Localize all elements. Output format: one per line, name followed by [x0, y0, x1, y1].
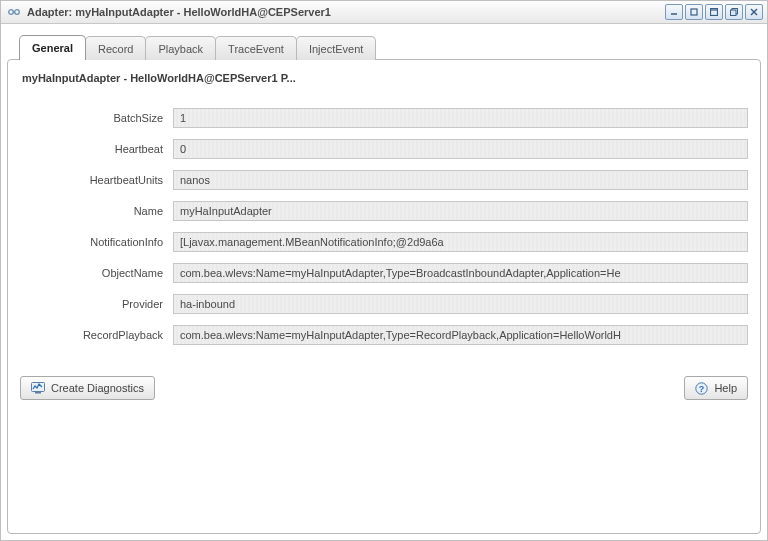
button-row: Create Diagnostics ? Help: [20, 376, 748, 400]
adapter-window: Adapter: myHaInputAdapter - HelloWorldHA…: [0, 0, 768, 541]
detach-button[interactable]: [725, 4, 743, 20]
input-heartbeat[interactable]: [173, 139, 748, 159]
input-provider[interactable]: [173, 294, 748, 314]
row-heartbeat: Heartbeat: [20, 139, 748, 159]
svg-text:?: ?: [699, 383, 705, 393]
maximize-button[interactable]: [705, 4, 723, 20]
restore-button[interactable]: [685, 4, 703, 20]
tab-traceevent[interactable]: TraceEvent: [215, 36, 297, 60]
titlebar: Adapter: myHaInputAdapter - HelloWorldHA…: [1, 1, 767, 24]
svg-point-0: [9, 10, 14, 15]
input-name[interactable]: [173, 201, 748, 221]
label-heartbeatunits: HeartbeatUnits: [20, 174, 173, 186]
svg-point-1: [15, 10, 20, 15]
spacer: [20, 400, 748, 525]
input-objectname[interactable]: [173, 263, 748, 283]
input-heartbeatunits[interactable]: [173, 170, 748, 190]
svg-rect-4: [691, 9, 697, 15]
diagnostics-icon: [31, 382, 45, 394]
tab-injectevent[interactable]: InjectEvent: [296, 36, 376, 60]
tab-label: General: [32, 42, 73, 54]
tabstrip: General Record Playback TraceEvent Injec…: [7, 34, 761, 59]
input-recordplayback[interactable]: [173, 325, 748, 345]
general-panel: myHaInputAdapter - HelloWorldHA@CEPServe…: [7, 59, 761, 534]
window-controls: [665, 4, 763, 20]
create-diagnostics-button[interactable]: Create Diagnostics: [20, 376, 155, 400]
window-title: Adapter: myHaInputAdapter - HelloWorldHA…: [27, 6, 659, 18]
close-button[interactable]: [745, 4, 763, 20]
adapter-icon: [7, 5, 21, 19]
svg-rect-12: [35, 392, 41, 394]
label-provider: Provider: [20, 298, 173, 310]
row-batchsize: BatchSize: [20, 108, 748, 128]
row-heartbeatunits: HeartbeatUnits: [20, 170, 748, 190]
row-objectname: ObjectName: [20, 263, 748, 283]
row-name: Name: [20, 201, 748, 221]
row-recordplayback: RecordPlayback: [20, 325, 748, 345]
svg-rect-8: [731, 10, 737, 16]
label-batchsize: BatchSize: [20, 112, 173, 124]
input-notificationinfo[interactable]: [173, 232, 748, 252]
label-objectname: ObjectName: [20, 267, 173, 279]
panel-heading: myHaInputAdapter - HelloWorldHA@CEPServe…: [22, 72, 748, 84]
label-notificationinfo: NotificationInfo: [20, 236, 173, 248]
help-label: Help: [714, 382, 737, 394]
label-recordplayback: RecordPlayback: [20, 329, 173, 341]
label-heartbeat: Heartbeat: [20, 143, 173, 155]
tab-general[interactable]: General: [19, 35, 86, 60]
body-area: General Record Playback TraceEvent Injec…: [1, 24, 767, 540]
help-icon: ?: [695, 382, 708, 395]
row-notificationinfo: NotificationInfo: [20, 232, 748, 252]
tab-label: Playback: [158, 43, 203, 55]
input-batchsize[interactable]: [173, 108, 748, 128]
tab-record[interactable]: Record: [85, 36, 146, 60]
tab-label: TraceEvent: [228, 43, 284, 55]
label-name: Name: [20, 205, 173, 217]
create-diagnostics-label: Create Diagnostics: [51, 382, 144, 394]
tab-label: Record: [98, 43, 133, 55]
tab-label: InjectEvent: [309, 43, 363, 55]
row-provider: Provider: [20, 294, 748, 314]
help-button[interactable]: ? Help: [684, 376, 748, 400]
tab-playback[interactable]: Playback: [145, 36, 216, 60]
form-area: BatchSize Heartbeat HeartbeatUnits Name: [20, 108, 748, 356]
minimize-button[interactable]: [665, 4, 683, 20]
